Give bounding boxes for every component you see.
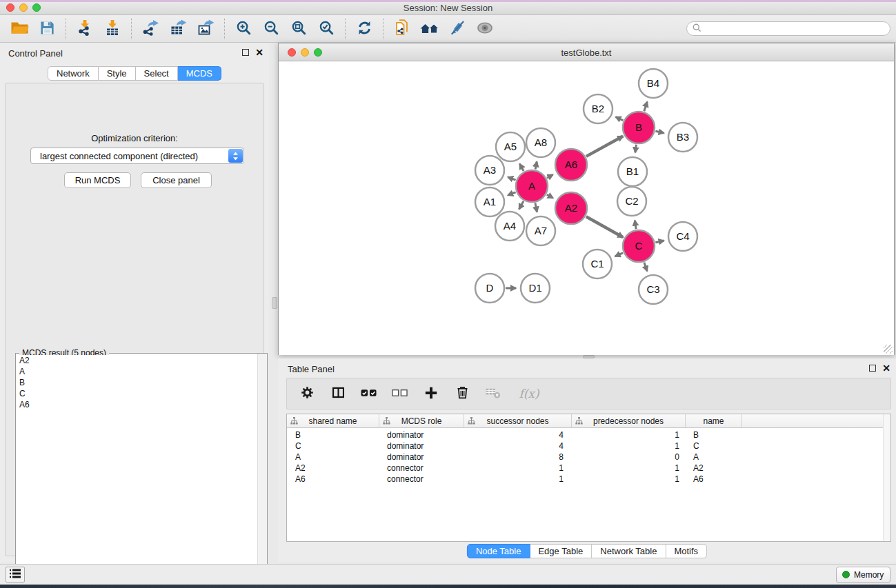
column-header-name[interactable]: name (686, 414, 742, 427)
network-view-window: testGlobe.txt B4B2BB3A5A8A6A3B1AC2A1A2A4… (278, 43, 895, 355)
cell: 4 (464, 429, 572, 440)
select-all-columns-button[interactable] (359, 383, 379, 404)
table-toolbar: f(x) (286, 378, 891, 409)
result-item[interactable]: C (17, 388, 257, 399)
import-network-button[interactable] (71, 17, 99, 40)
split-pane-handle-vertical[interactable] (272, 297, 277, 309)
search-box[interactable] (686, 21, 890, 36)
graph-edge-C-C2 (635, 221, 636, 230)
network-canvas[interactable]: B4B2BB3A5A8A6A3B1AC2A1A2A4A7C4CC1C3DD1 (279, 61, 894, 355)
cell: 1 (464, 474, 572, 485)
export-image-button[interactable] (192, 17, 219, 40)
zoom-out-button[interactable] (257, 17, 285, 40)
cell: A6 (686, 474, 742, 485)
graph-node-label: B2 (592, 103, 604, 114)
save-session-button[interactable] (33, 17, 61, 40)
result-item[interactable]: A2 (17, 355, 257, 366)
column-header-successor-nodes[interactable]: successor nodes (464, 414, 572, 427)
pen-slash-icon (450, 20, 466, 38)
graph-edge-C-C1 (615, 253, 623, 256)
cell: 1 (572, 440, 686, 452)
graph-node-label: B1 (626, 165, 639, 177)
tab-style[interactable]: Style (99, 66, 136, 81)
run-mcds-button[interactable]: Run MCDS (64, 172, 131, 188)
tab-network[interactable]: Network (48, 66, 99, 81)
tab-network-table[interactable]: Network Table (592, 544, 666, 558)
zoom-in-button[interactable] (230, 17, 257, 40)
network-window-titlebar[interactable]: testGlobe.txt (279, 43, 894, 61)
panel-list-button[interactable] (6, 567, 25, 582)
result-item[interactable]: A (17, 366, 257, 377)
delete-column-button[interactable] (452, 383, 472, 404)
search-icon (693, 23, 701, 35)
result-item[interactable]: B (17, 377, 257, 388)
zoom-in-icon (236, 20, 252, 38)
tab-motifs[interactable]: Motifs (666, 544, 707, 558)
column-header-predecessor-nodes[interactable]: predecessor nodes (572, 414, 686, 427)
window-resize-grip[interactable] (884, 345, 893, 354)
dropdown-stepper-icon (228, 149, 243, 163)
cell: C (287, 440, 379, 452)
import-table-icon (104, 19, 121, 38)
close-table-panel-icon[interactable]: ✕ (882, 364, 890, 372)
tab-select[interactable]: Select (136, 66, 178, 81)
status-bar: Memory (0, 564, 896, 585)
graph-node-label: A6 (565, 159, 577, 170)
show-columns-button[interactable] (328, 383, 348, 404)
table-panel-title: Table Panel (288, 364, 335, 374)
table-row[interactable]: A2connector11A2 (287, 463, 890, 474)
zoom-selected-button[interactable] (312, 17, 340, 40)
create-column-button[interactable] (421, 383, 441, 404)
export-table-button[interactable] (164, 17, 192, 40)
graph-node-label: D (486, 282, 494, 294)
zoom-fit-button[interactable] (285, 17, 312, 40)
result-scrollbar[interactable] (257, 354, 267, 588)
close-panel-icon[interactable]: ✕ (255, 48, 263, 57)
table-scrollbar[interactable] (883, 414, 890, 541)
refresh-layout-button[interactable] (350, 17, 378, 40)
tab-mcds[interactable]: MCDS (178, 66, 221, 81)
memory-button[interactable]: Memory (836, 567, 890, 583)
cell: dominator (379, 429, 464, 440)
optimization-criterion-select[interactable]: largest connected component (directed) (30, 148, 244, 164)
open-session-button[interactable] (6, 17, 33, 40)
column-header-MCDS-role[interactable]: MCDS role (379, 414, 464, 427)
graph-edge-A-A8 (535, 161, 537, 169)
delete-table-button[interactable] (483, 383, 504, 404)
trash-icon (455, 385, 470, 402)
home-button[interactable] (416, 17, 444, 40)
graph-edge-A-A6 (547, 174, 553, 178)
tab-node-table[interactable]: Node Table (467, 544, 530, 558)
table-row[interactable]: A6connector11A6 (287, 474, 890, 485)
eye-icon (476, 20, 494, 38)
node-table-body: Bdominator41BCdominator41CAdominator80AA… (287, 429, 890, 485)
graph-edge-A-A5 (519, 164, 524, 171)
function-builder-button[interactable]: f(x) (514, 383, 544, 404)
result-item[interactable]: A6 (17, 399, 257, 410)
table-row[interactable]: Bdominator41B (287, 429, 890, 440)
float-table-panel-icon[interactable] (869, 365, 876, 372)
table-settings-button[interactable] (297, 383, 317, 404)
deselect-all-columns-button[interactable] (390, 383, 410, 404)
graph-node-label: A3 (484, 164, 496, 176)
table-row[interactable]: Adominator80A (287, 452, 890, 463)
close-panel-button[interactable]: Close panel (141, 172, 212, 188)
tab-edge-table[interactable]: Edge Table (530, 544, 592, 558)
dropdown-value: largest connected component (directed) (40, 151, 198, 161)
app-titlebar: Session: New Session (0, 0, 896, 15)
export-table-icon (170, 19, 187, 38)
float-panel-icon[interactable] (242, 49, 249, 56)
table-panel-tabs: Node TableEdge TableNetwork TableMotifs (467, 544, 707, 558)
import-table-button[interactable] (99, 17, 126, 40)
export-network-button[interactable] (137, 17, 164, 40)
graph-node-label: C4 (676, 230, 689, 242)
search-input[interactable] (705, 23, 884, 34)
table-panel-header: Table Panel ✕ (278, 358, 896, 379)
clone-network-button[interactable] (388, 17, 416, 40)
table-row[interactable]: Cdominator41C (287, 440, 890, 452)
graph-node-label: B (635, 121, 642, 133)
hide-annotations-button[interactable] (444, 17, 471, 40)
show-graphics-button[interactable] (471, 17, 499, 40)
import-network-icon (77, 19, 93, 38)
column-header-shared-name[interactable]: shared name (287, 414, 379, 427)
